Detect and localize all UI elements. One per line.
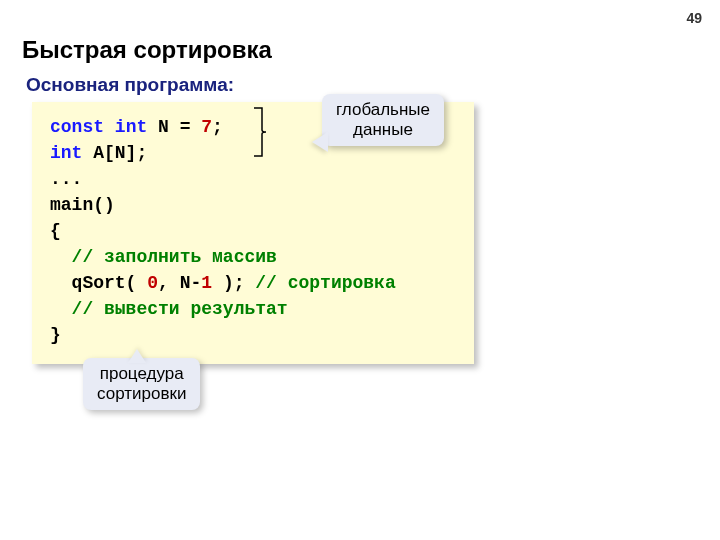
code-keyword: int <box>115 117 147 137</box>
code-text: ; <box>212 117 223 137</box>
code-text: { <box>50 221 61 241</box>
code-text: main() <box>50 195 115 215</box>
page-number: 49 <box>686 10 702 26</box>
code-text: qSort( <box>72 273 148 293</box>
code-text: ); <box>212 273 255 293</box>
code-text: A[N]; <box>93 143 147 163</box>
code-comment: // вывести результат <box>72 299 288 319</box>
code-number: 1 <box>201 273 212 293</box>
code-comment: // сортировка <box>255 273 395 293</box>
code-keyword: int <box>50 143 82 163</box>
code-number: 7 <box>201 117 212 137</box>
code-comment: // заполнить массив <box>72 247 277 267</box>
code-text: , N- <box>158 273 201 293</box>
code-number: 0 <box>147 273 158 293</box>
code-text: = <box>180 117 191 137</box>
slide-title: Быстрая сортировка <box>22 36 272 64</box>
code-text: } <box>50 325 61 345</box>
callout-global-data: глобальныеданные <box>322 94 444 146</box>
callout-sort-procedure: процедурасортировки <box>83 358 200 410</box>
code-text: N <box>158 117 169 137</box>
code-indent <box>50 247 72 267</box>
code-indent <box>50 299 72 319</box>
code-keyword: const <box>50 117 104 137</box>
slide-subtitle: Основная программа: <box>26 74 234 96</box>
code-indent <box>50 273 72 293</box>
code-text: ... <box>50 169 82 189</box>
